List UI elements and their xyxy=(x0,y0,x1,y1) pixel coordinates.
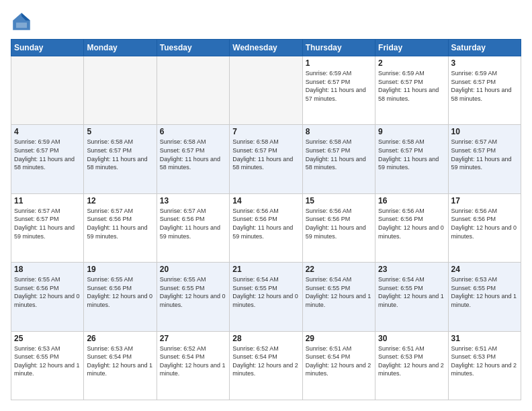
day-number: 11 xyxy=(14,196,81,205)
day-header-saturday: Saturday xyxy=(448,40,521,56)
day-info: Sunrise: 6:58 AMSunset: 6:57 PMDaylight:… xyxy=(232,138,299,171)
svg-rect-2 xyxy=(16,23,27,28)
page: SundayMondayTuesdayWednesdayThursdayFrid… xyxy=(0,0,532,411)
calendar-cell: 13Sunrise: 6:57 AMSunset: 6:56 PMDayligh… xyxy=(157,193,229,262)
day-number: 15 xyxy=(306,196,372,205)
day-number: 26 xyxy=(87,334,153,343)
day-info: Sunrise: 6:57 AMSunset: 6:56 PMDaylight:… xyxy=(160,207,226,240)
day-number: 28 xyxy=(232,334,299,343)
day-number: 16 xyxy=(378,196,445,205)
day-header-thursday: Thursday xyxy=(302,40,375,56)
day-number: 29 xyxy=(306,334,372,343)
calendar-cell: 14Sunrise: 6:56 AMSunset: 6:56 PMDayligh… xyxy=(230,193,302,262)
day-info: Sunrise: 6:53 AMSunset: 6:55 PMDaylight:… xyxy=(14,345,81,378)
day-info: Sunrise: 6:56 AMSunset: 6:56 PMDaylight:… xyxy=(451,207,518,240)
calendar-cell: 10Sunrise: 6:57 AMSunset: 6:57 PMDayligh… xyxy=(448,125,521,193)
calendar-cell: 23Sunrise: 6:54 AMSunset: 6:55 PMDayligh… xyxy=(375,263,448,331)
day-info: Sunrise: 6:59 AMSunset: 6:57 PMDaylight:… xyxy=(14,138,81,171)
calendar-cell: 2Sunrise: 6:59 AMSunset: 6:57 PMDaylight… xyxy=(375,56,448,125)
calendar-cell: 29Sunrise: 6:51 AMSunset: 6:54 PMDayligh… xyxy=(302,331,375,400)
day-info: Sunrise: 6:54 AMSunset: 6:55 PMDaylight:… xyxy=(378,275,445,309)
day-header-wednesday: Wednesday xyxy=(230,40,302,56)
day-number: 8 xyxy=(306,127,372,136)
day-info: Sunrise: 6:58 AMSunset: 6:57 PMDaylight:… xyxy=(160,138,226,171)
calendar-cell: 15Sunrise: 6:56 AMSunset: 6:56 PMDayligh… xyxy=(302,193,375,262)
calendar-cell: 20Sunrise: 6:55 AMSunset: 6:55 PMDayligh… xyxy=(157,263,229,331)
calendar-cell: 31Sunrise: 6:51 AMSunset: 6:53 PMDayligh… xyxy=(448,331,521,400)
day-number: 9 xyxy=(378,127,445,136)
day-info: Sunrise: 6:59 AMSunset: 6:57 PMDaylight:… xyxy=(378,69,445,103)
week-row-2: 11Sunrise: 6:57 AMSunset: 6:57 PMDayligh… xyxy=(11,193,521,262)
calendar-cell: 21Sunrise: 6:54 AMSunset: 6:55 PMDayligh… xyxy=(230,263,302,331)
day-number: 4 xyxy=(14,127,81,136)
day-number: 6 xyxy=(160,127,226,136)
day-info: Sunrise: 6:56 AMSunset: 6:56 PMDaylight:… xyxy=(232,207,299,240)
day-number: 14 xyxy=(232,196,299,205)
day-info: Sunrise: 6:57 AMSunset: 6:57 PMDaylight:… xyxy=(14,207,81,240)
calendar-header-row: SundayMondayTuesdayWednesdayThursdayFrid… xyxy=(11,40,521,56)
day-number: 7 xyxy=(232,127,299,136)
calendar-cell: 16Sunrise: 6:56 AMSunset: 6:56 PMDayligh… xyxy=(375,193,448,262)
day-number: 20 xyxy=(160,265,226,274)
calendar-cell: 18Sunrise: 6:55 AMSunset: 6:56 PMDayligh… xyxy=(11,263,84,331)
calendar: SundayMondayTuesdayWednesdayThursdayFrid… xyxy=(11,39,521,400)
calendar-cell: 30Sunrise: 6:51 AMSunset: 6:53 PMDayligh… xyxy=(375,331,448,400)
calendar-cell xyxy=(157,56,229,125)
day-number: 10 xyxy=(451,127,518,136)
day-info: Sunrise: 6:52 AMSunset: 6:54 PMDaylight:… xyxy=(160,345,226,378)
day-info: Sunrise: 6:54 AMSunset: 6:55 PMDaylight:… xyxy=(232,275,299,309)
calendar-cell: 24Sunrise: 6:53 AMSunset: 6:55 PMDayligh… xyxy=(448,263,521,331)
day-number: 3 xyxy=(451,58,518,68)
day-info: Sunrise: 6:59 AMSunset: 6:57 PMDaylight:… xyxy=(451,69,518,103)
week-row-4: 25Sunrise: 6:53 AMSunset: 6:55 PMDayligh… xyxy=(11,331,521,400)
day-number: 13 xyxy=(160,196,226,205)
calendar-cell: 8Sunrise: 6:58 AMSunset: 6:57 PMDaylight… xyxy=(302,125,375,193)
day-number: 1 xyxy=(306,58,372,68)
day-info: Sunrise: 6:51 AMSunset: 6:54 PMDaylight:… xyxy=(306,345,372,378)
week-row-0: 1Sunrise: 6:59 AMSunset: 6:57 PMDaylight… xyxy=(11,56,521,125)
day-info: Sunrise: 6:54 AMSunset: 6:55 PMDaylight:… xyxy=(306,275,372,309)
day-number: 5 xyxy=(87,127,153,136)
day-info: Sunrise: 6:51 AMSunset: 6:53 PMDaylight:… xyxy=(451,345,518,378)
day-info: Sunrise: 6:55 AMSunset: 6:56 PMDaylight:… xyxy=(87,275,153,309)
calendar-cell: 17Sunrise: 6:56 AMSunset: 6:56 PMDayligh… xyxy=(448,193,521,262)
calendar-cell: 19Sunrise: 6:55 AMSunset: 6:56 PMDayligh… xyxy=(84,263,157,331)
calendar-cell: 4Sunrise: 6:59 AMSunset: 6:57 PMDaylight… xyxy=(11,125,84,193)
day-header-tuesday: Tuesday xyxy=(157,40,229,56)
calendar-cell: 11Sunrise: 6:57 AMSunset: 6:57 PMDayligh… xyxy=(11,193,84,262)
day-number: 30 xyxy=(378,334,445,343)
day-info: Sunrise: 6:57 AMSunset: 6:56 PMDaylight:… xyxy=(87,207,153,240)
day-number: 31 xyxy=(451,334,518,343)
day-info: Sunrise: 6:59 AMSunset: 6:57 PMDaylight:… xyxy=(306,69,372,103)
header xyxy=(11,11,521,32)
day-info: Sunrise: 6:58 AMSunset: 6:57 PMDaylight:… xyxy=(378,138,445,171)
day-info: Sunrise: 6:53 AMSunset: 6:54 PMDaylight:… xyxy=(87,345,153,378)
day-number: 19 xyxy=(87,265,153,274)
day-info: Sunrise: 6:51 AMSunset: 6:53 PMDaylight:… xyxy=(378,345,445,378)
calendar-cell: 22Sunrise: 6:54 AMSunset: 6:55 PMDayligh… xyxy=(302,263,375,331)
week-row-1: 4Sunrise: 6:59 AMSunset: 6:57 PMDaylight… xyxy=(11,125,521,193)
day-info: Sunrise: 6:53 AMSunset: 6:55 PMDaylight:… xyxy=(451,275,518,309)
calendar-cell xyxy=(84,56,157,125)
day-info: Sunrise: 6:57 AMSunset: 6:57 PMDaylight:… xyxy=(451,138,518,171)
day-number: 22 xyxy=(306,265,372,274)
day-header-friday: Friday xyxy=(375,40,448,56)
logo xyxy=(11,11,35,32)
calendar-cell: 3Sunrise: 6:59 AMSunset: 6:57 PMDaylight… xyxy=(448,56,521,125)
calendar-cell xyxy=(11,56,84,125)
day-header-sunday: Sunday xyxy=(11,40,84,56)
day-info: Sunrise: 6:56 AMSunset: 6:56 PMDaylight:… xyxy=(306,207,372,240)
day-info: Sunrise: 6:58 AMSunset: 6:57 PMDaylight:… xyxy=(306,138,372,171)
day-header-monday: Monday xyxy=(84,40,157,56)
calendar-cell: 12Sunrise: 6:57 AMSunset: 6:56 PMDayligh… xyxy=(84,193,157,262)
day-number: 23 xyxy=(378,265,445,274)
calendar-cell: 7Sunrise: 6:58 AMSunset: 6:57 PMDaylight… xyxy=(230,125,302,193)
logo-icon xyxy=(11,11,32,32)
calendar-cell: 6Sunrise: 6:58 AMSunset: 6:57 PMDaylight… xyxy=(157,125,229,193)
calendar-cell xyxy=(230,56,302,125)
calendar-cell: 1Sunrise: 6:59 AMSunset: 6:57 PMDaylight… xyxy=(302,56,375,125)
day-info: Sunrise: 6:58 AMSunset: 6:57 PMDaylight:… xyxy=(87,138,153,171)
calendar-cell: 28Sunrise: 6:52 AMSunset: 6:54 PMDayligh… xyxy=(230,331,302,400)
day-number: 17 xyxy=(451,196,518,205)
day-number: 21 xyxy=(232,265,299,274)
